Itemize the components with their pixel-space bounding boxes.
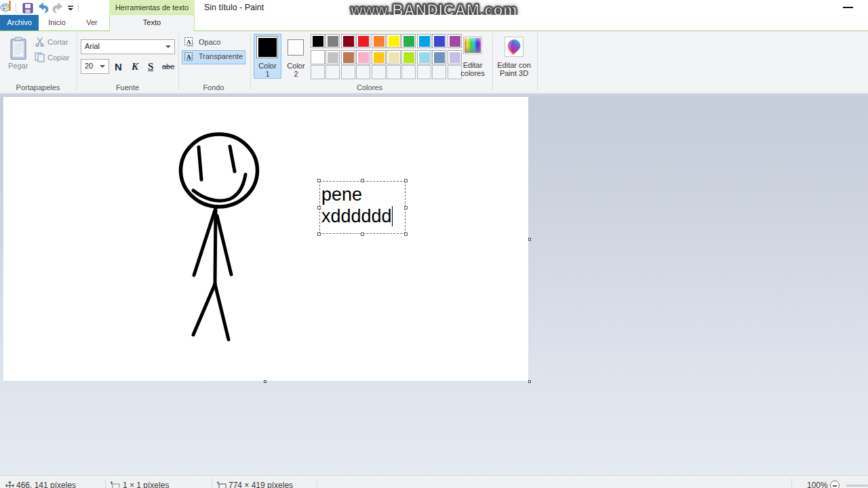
svg-text:A: A xyxy=(186,39,191,45)
svg-text:A: A xyxy=(186,54,191,60)
